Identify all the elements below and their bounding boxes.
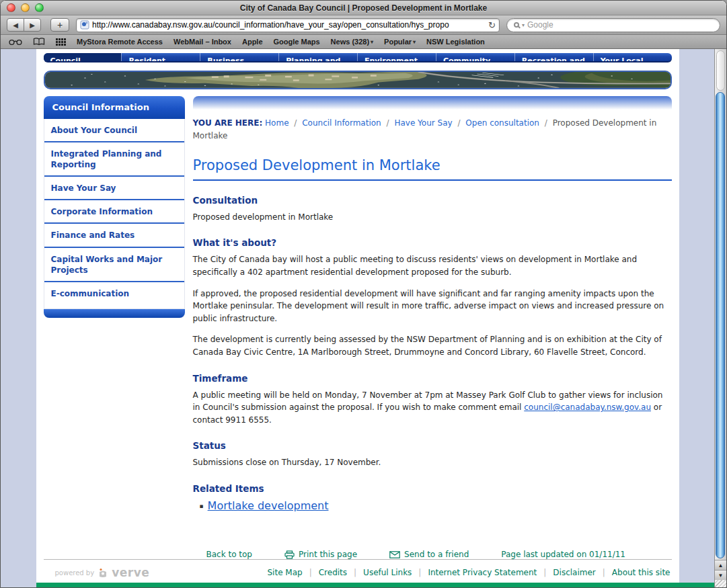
bookmark-item-webmail[interactable]: WebMail – Inbox [174,38,231,46]
bookmark-item-mystora[interactable]: MyStora Remote Access [77,38,163,46]
about-paragraph-1: The City of Canada bay will host a publi… [193,253,672,278]
site-favicon [80,20,89,30]
footer-links: Site Map | Credits | Useful Links | Inte… [267,568,670,577]
bookmark-item-apple[interactable]: Apple [242,38,263,46]
breadcrumb-separator: / [545,118,547,128]
nav-tab-your-local-library[interactable]: Your Local Library [593,53,672,61]
new-tab-button[interactable]: + [50,18,69,32]
back-icon: ◀ [13,22,18,29]
section-heading-consultation: Consultation [193,195,672,206]
history-buttons: ◀ ▶ [7,18,41,32]
scroll-up-icon: ▲ [718,562,724,569]
breadcrumb-link-open-consultation[interactable]: Open consultation [465,118,539,128]
related-link-mortlake-development[interactable]: Mortlake development [208,499,329,512]
sidebar-item-have-your-say[interactable]: Have Your Say [44,177,184,200]
section-heading-related-items: Related Items [193,483,672,494]
reader-glasses-icon[interactable] [9,38,22,46]
list-bullet-icon: ▪ [200,503,204,509]
verve-logo-icon [98,568,108,578]
breadcrumb-separator: / [387,118,389,128]
page-footer-actions: Back to top Print this page Send to a fr… [193,550,672,559]
web-page: Council Information Resident Services Bu… [1,49,714,588]
sidebar-item-e-communication[interactable]: E-communication [44,282,184,308]
bookmarks-bar: MyStora Remote Access WebMail – Inbox Ap… [1,35,726,49]
envelope-icon [389,551,400,558]
send-to-friend-link[interactable]: Send to a friend [389,550,469,559]
search-field[interactable]: ▾ [506,18,720,32]
footer-link-privacy[interactable]: Internet Privacy Statement [428,568,537,577]
back-button[interactable]: ◀ [7,18,24,32]
content-top-bar [193,96,672,110]
print-page-link[interactable]: Print this page [284,550,357,559]
scroll-down-button[interactable]: ▼ [715,570,726,580]
nav-tab-planning-development[interactable]: Planning and Development [278,53,357,61]
nav-tab-resident-services[interactable]: Resident Services [121,53,200,61]
footer-link-useful-links[interactable]: Useful Links [363,568,412,577]
page-title: Proposed Development in Mortlake [193,157,672,181]
footer-link-about-this-site[interactable]: About this site [612,568,671,577]
footer-link-credits[interactable]: Credits [319,568,347,577]
address-bar[interactable]: ↻ [76,18,500,32]
footer-link-disclaimer[interactable]: Disclaimer [553,568,595,577]
printer-icon [284,550,295,559]
breadcrumb-link-council-information[interactable]: Council Information [302,118,381,128]
sidebar: Council Information About Your Council I… [44,96,185,319]
sidebar-item-about-your-council[interactable]: About Your Council [44,119,184,142]
footer-separator: | [309,568,312,577]
related-items-list: ▪ Mortlake development [200,499,672,512]
sidebar-title: Council Information [44,96,185,119]
nav-tab-community-culture[interactable]: Community and Culture [436,53,514,61]
nav-tab-business-services[interactable]: Business Services [200,53,278,61]
sidebar-item-corporate-information[interactable]: Corporate Information [44,200,184,224]
plus-icon: + [57,19,63,30]
reload-icon[interactable]: ↻ [488,21,496,30]
powered-by: powered by verve [55,566,150,579]
sidebar-item-integrated-planning[interactable]: Integrated Planning and Reporting [44,142,184,177]
sidebar-item-capital-works[interactable]: Capital Works and Major Projects [44,248,184,282]
forward-button[interactable]: ▶ [24,18,41,32]
main-content: YOU ARE HERE: Home / Council Information… [193,96,672,560]
search-dropdown-icon[interactable]: ▾ [522,22,525,28]
window-resize-grip[interactable] [715,580,726,588]
bookmark-folder-popular[interactable]: Popular▾ [384,38,416,46]
breadcrumb-link-have-your-say[interactable]: Have Your Say [394,118,452,128]
section-heading-timeframe: Timeframe [193,373,672,384]
nav-tab-council-information[interactable]: Council Information [44,53,122,61]
footer-separator: | [603,568,605,577]
about-paragraph-3: The development is currently being asses… [193,333,672,358]
footer-separator: | [354,568,356,577]
status-text: Submissions close on Thursday, 17 Novemb… [193,456,672,469]
scrollbar-track[interactable] [716,50,725,91]
top-sites-grid-icon[interactable] [56,38,66,46]
back-to-top-link[interactable]: Back to top [206,550,252,559]
dropdown-arrow-icon: ▾ [413,39,416,45]
scrollbar-thumb[interactable] [716,92,725,558]
breadcrumb-separator: / [457,118,460,128]
dropdown-arrow-icon: ▾ [371,39,373,45]
bookmark-item-google-maps[interactable]: Google Maps [274,38,320,46]
vertical-scrollbar[interactable]: ▲ ▼ [714,49,726,588]
forward-icon: ▶ [30,22,35,29]
url-input[interactable] [92,20,486,30]
breadcrumb: YOU ARE HERE: Home / Council Information… [193,117,672,142]
footer-separator: | [543,568,546,577]
nav-tab-environment-enforcement[interactable]: Environment Enforcement [357,53,436,61]
about-paragraph-2: If approved, the proposed residential de… [193,288,672,325]
bookmark-item-nsw-legislation[interactable]: NSW Legislation [426,38,485,46]
breadcrumb-label: YOU ARE HERE: [193,118,263,128]
section-heading-status: Status [193,440,672,451]
browser-window: City of Canada Bay Council | Proposed De… [0,0,727,588]
email-link[interactable]: council@canadabay.nsw.gov.au [524,403,651,412]
bookmark-folder-news[interactable]: News (328)▾ [331,38,374,46]
section-heading-about: What it's about? [193,237,672,248]
sidebar-footer-bar [44,309,185,318]
footer-link-site-map[interactable]: Site Map [267,568,302,577]
nav-tab-recreation-lifestyle[interactable]: Recreation and Lifestyle [514,53,593,61]
sidebar-item-finance-and-rates[interactable]: Finance and Rates [44,224,184,247]
search-input[interactable] [527,20,713,30]
site-footer: powered by verve Site Map | Credits | Us… [44,560,672,581]
breadcrumb-link-home[interactable]: Home [265,118,289,128]
titlebar[interactable]: City of Canada Bay Council | Proposed De… [1,1,726,15]
scroll-up-button[interactable]: ▲ [715,560,726,570]
bookmarks-book-icon[interactable] [33,38,45,46]
